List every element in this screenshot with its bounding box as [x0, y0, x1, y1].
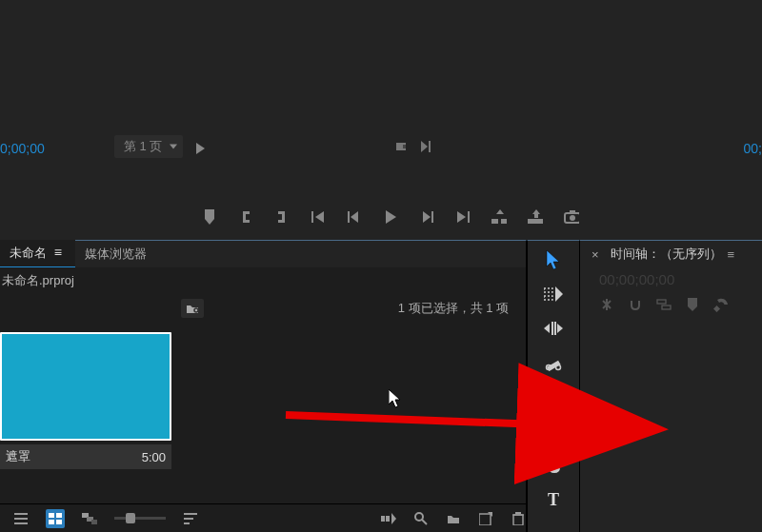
- new-item-icon[interactable]: [478, 511, 493, 526]
- svg-rect-60: [555, 390, 557, 404]
- svg-rect-35: [184, 513, 197, 515]
- timeline-settings-icon[interactable]: [713, 297, 729, 312]
- page-dropdown[interactable]: 第 1 页: [114, 135, 183, 158]
- find-icon[interactable]: [413, 511, 429, 526]
- asset-name: 遮罩: [6, 448, 142, 465]
- bottom-panels: 未命名 ≡ 媒体浏览器 未命名.prproj 1 项已选择，共 1 项 遮罩 5…: [0, 240, 762, 532]
- new-bin-icon[interactable]: [446, 511, 461, 526]
- slip-tool[interactable]: [542, 385, 565, 408]
- program-timecode-right[interactable]: 00;: [744, 141, 762, 156]
- lift-icon[interactable]: [491, 209, 507, 225]
- asset-duration: 5:00: [142, 450, 166, 464]
- pen-tool[interactable]: [542, 420, 565, 443]
- mouse-cursor-icon: [389, 389, 402, 411]
- add-marker-tl-icon[interactable]: [685, 297, 700, 312]
- insert-sequence-icon[interactable]: [599, 297, 614, 312]
- out-point-icon[interactable]: [274, 209, 290, 225]
- timeline-control-row: [586, 291, 762, 318]
- program-timecode-left[interactable]: 0;00;00: [0, 141, 45, 156]
- snap-icon[interactable]: [628, 297, 643, 312]
- svg-rect-2: [403, 145, 406, 148]
- svg-rect-13: [468, 211, 470, 223]
- asset-thumbnail[interactable]: [0, 332, 171, 441]
- type-tool[interactable]: T: [542, 488, 565, 511]
- svg-marker-3: [421, 141, 428, 152]
- project-tabs-row: 未命名 ≡ 媒体浏览器: [0, 241, 526, 267]
- svg-rect-38: [381, 516, 385, 522]
- svg-marker-61: [544, 393, 549, 401]
- project-search-input[interactable]: [0, 298, 171, 319]
- svg-marker-24: [389, 389, 400, 407]
- svg-rect-28: [49, 513, 54, 518]
- tab-project[interactable]: 未命名 ≡: [0, 240, 75, 268]
- svg-rect-63: [551, 435, 555, 439]
- svg-line-42: [422, 520, 427, 524]
- svg-rect-43: [479, 514, 491, 525]
- sort-options-icon[interactable]: [183, 511, 198, 526]
- dropdown-play-icon[interactable]: [196, 143, 206, 157]
- timeline-tab-label[interactable]: 时间轴：（无序列）: [605, 246, 722, 263]
- play-icon[interactable]: [383, 209, 398, 225]
- tab-menu-icon[interactable]: ≡: [50, 245, 66, 260]
- export-frame-icon[interactable]: [564, 209, 579, 225]
- svg-marker-48: [547, 250, 559, 269]
- svg-rect-67: [657, 300, 666, 304]
- svg-rect-46: [515, 512, 521, 514]
- freeform-view-icon[interactable]: [82, 511, 97, 526]
- svg-marker-10: [423, 211, 431, 223]
- svg-rect-19: [534, 213, 538, 218]
- svg-rect-54: [554, 322, 556, 335]
- svg-rect-49: [544, 288, 552, 292]
- timeline-tabs-row: × 时间轴：（无序列） ≡: [586, 241, 762, 267]
- svg-rect-5: [311, 211, 313, 223]
- svg-rect-8: [348, 211, 350, 223]
- svg-marker-12: [457, 211, 466, 223]
- linked-selection-icon[interactable]: [656, 297, 672, 312]
- step-forward-icon[interactable]: [419, 209, 434, 225]
- next-clip-icon[interactable]: [421, 141, 434, 155]
- svg-point-41: [415, 513, 423, 521]
- svg-rect-21: [570, 210, 575, 213]
- svg-rect-30: [49, 520, 54, 524]
- project-bottom-toolbar: [0, 503, 526, 532]
- project-asset-area[interactable]: 遮罩 5:00: [0, 323, 526, 532]
- selection-tool[interactable]: [542, 248, 565, 271]
- svg-marker-62: [558, 393, 563, 401]
- svg-rect-37: [184, 522, 190, 524]
- track-select-tool[interactable]: [542, 283, 565, 305]
- delete-icon[interactable]: [511, 511, 526, 526]
- svg-marker-0: [196, 143, 205, 154]
- go-out-icon[interactable]: [455, 209, 471, 225]
- tab-project-label: 未命名: [10, 246, 47, 260]
- capture-icon[interactable]: [396, 141, 410, 155]
- hand-tool[interactable]: [542, 454, 565, 477]
- svg-rect-29: [56, 513, 62, 518]
- svg-marker-55: [557, 324, 563, 333]
- svg-marker-16: [496, 209, 504, 214]
- svg-marker-7: [351, 211, 358, 223]
- razor-tool[interactable]: [542, 351, 565, 374]
- asset-caption-row[interactable]: 遮罩 5:00: [0, 444, 171, 469]
- svg-rect-69: [713, 305, 720, 312]
- svg-rect-11: [431, 211, 433, 223]
- timeline-tab-menu-icon[interactable]: ≡: [722, 247, 735, 262]
- svg-marker-6: [315, 211, 324, 223]
- ripple-edit-tool[interactable]: [542, 317, 565, 340]
- extract-icon[interactable]: [528, 209, 543, 225]
- in-point-icon[interactable]: [238, 209, 253, 225]
- go-in-icon[interactable]: [311, 209, 326, 225]
- marker-icon[interactable]: [202, 209, 217, 225]
- list-view-icon[interactable]: [13, 511, 29, 526]
- icon-view-icon[interactable]: [46, 509, 65, 528]
- timeline-tab-close-icon[interactable]: ×: [586, 244, 605, 266]
- tools-panel: T: [527, 240, 580, 532]
- step-back-icon[interactable]: [347, 209, 362, 225]
- tab-media-browser[interactable]: 媒体浏览器: [75, 241, 156, 267]
- timeline-timecode[interactable]: 00;00;00;00: [586, 267, 762, 291]
- project-filename: 未命名.prproj: [0, 267, 526, 294]
- svg-marker-9: [386, 210, 396, 224]
- search-folder-icon[interactable]: [181, 299, 204, 318]
- auto-sequence-icon[interactable]: [381, 511, 396, 526]
- svg-rect-26: [14, 518, 28, 520]
- thumbnail-size-slider[interactable]: [114, 517, 166, 520]
